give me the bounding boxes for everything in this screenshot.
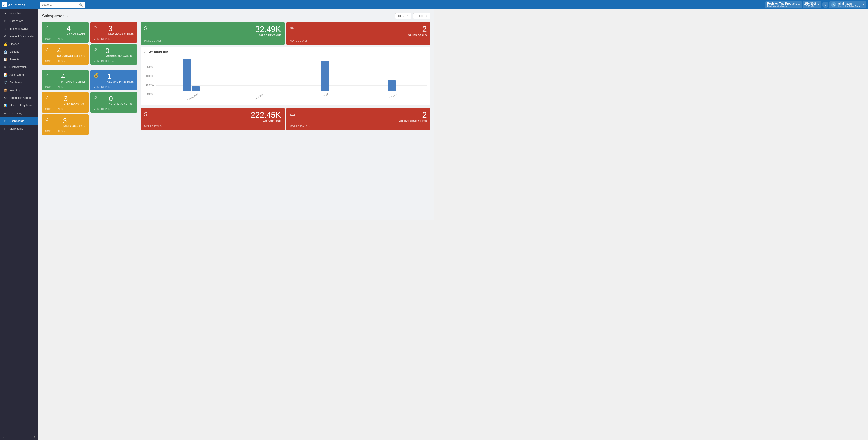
pipeline-header: ↺ MY PIPELINE <box>144 51 427 54</box>
bar-prospect-2 <box>388 81 396 91</box>
sidebar-item-favorites[interactable]: ★ Favorites <box>0 9 38 17</box>
sidebar-item-production-orders[interactable]: ⚙ Production Orders <box>0 94 38 102</box>
sidebar-icon-estimating: ✏ <box>3 112 7 115</box>
card-count-nurture-no-act-90: 0 <box>109 95 134 102</box>
tools-button[interactable]: TOOLS ▾ <box>413 13 430 19</box>
card-nurture-no-act-90[interactable]: ↺ 0 NUTURE NO ACT 90+ MORE DETAILS → <box>90 92 137 113</box>
big-card-label-sales-revenue: SALES REVENUE <box>255 34 281 37</box>
cards-row1: ✓ 4 MY NEW LEADS MORE DETAILS → ↺ 3 NEW … <box>42 22 137 42</box>
card-count-my-opportunities: 4 <box>61 73 86 80</box>
card-open-no-act-30[interactable]: ↺ 3 OPEN NO ACT 30+ MORE DETAILS → <box>42 92 89 113</box>
card-footer-my-opportunities: MORE DETAILS → <box>45 86 86 88</box>
big-card-ar-past-due[interactable]: $ 222.45K AR PAST DUE MORE DETAILS → <box>141 108 285 130</box>
dashboard-layout: ✓ 4 MY NEW LEADS MORE DETAILS → ↺ 3 NEW … <box>42 22 430 137</box>
sidebar-item-more-items[interactable]: ⊞ More Items <box>0 125 38 133</box>
card-icon-closing-60days: 💰 <box>94 73 98 78</box>
card-label-closing-60days: CLOSING IN <60 DAYS <box>107 81 134 83</box>
sidebar-item-purchases[interactable]: 🛒 Purchases <box>0 79 38 86</box>
card-footer-nurture-no-call-30: MORE DETAILS → <box>94 60 134 62</box>
card-label-my-opportunities: MY OPPORTUNITIES <box>61 81 86 83</box>
card-icon-nurture-no-call-30: ↺ <box>94 47 97 52</box>
card-count-open-no-act-30: 3 <box>64 95 86 102</box>
design-button[interactable]: DESIGN <box>395 13 411 19</box>
bar-group-prospect: Prospect <box>359 81 425 95</box>
sidebar-item-product-configurator[interactable]: ⚙ Product Configurator <box>0 33 38 40</box>
card-closing-60days[interactable]: 💰 1 CLOSING IN <60 DAYS MORE DETAILS → <box>90 70 137 90</box>
sidebar-item-data-views[interactable]: ⊞ Data Views <box>0 17 38 25</box>
bar-group-negotiation: Negotiation <box>225 91 291 95</box>
card-top-my-opportunities: ✓ 4 MY OPPORTUNITIES <box>45 73 86 83</box>
card-my-opportunities[interactable]: ✓ 4 MY OPPORTUNITIES MORE DETAILS → <box>42 70 89 90</box>
big-card-count-sales-deals: 2 <box>408 25 427 33</box>
logo-area[interactable]: A Acumatica <box>2 2 38 7</box>
big-card-icon-ar-past-due: $ <box>144 111 147 117</box>
card-footer-closing-60days: MORE DETAILS → <box>94 86 134 88</box>
sidebar-item-material-requirements[interactable]: 📊 Material Requirem... <box>0 102 38 110</box>
card-label-my-new-leads: MY NEW LEADS <box>66 33 86 35</box>
card-footer-open-no-act-30: MORE DETAILS → <box>45 108 86 110</box>
search-bar[interactable]: 🔍 <box>40 2 85 8</box>
bar-label-negotiation: Negotiation <box>254 93 265 100</box>
sidebar-label-more-items: More Items <box>9 127 23 130</box>
big-card-label-ar-past-due: AR PAST DUE <box>251 120 281 122</box>
sidebar-item-projects[interactable]: 📋 Projects <box>0 56 38 63</box>
search-input[interactable] <box>41 3 78 6</box>
pipeline-section: ↺ MY PIPELINE 200,000150,000100,00050,00… <box>141 48 430 105</box>
big-card-count-ar-overdue-accts: 2 <box>399 111 427 119</box>
card-top-past-close-date: ↺ 3 PAST CLOSE DATE <box>45 117 86 127</box>
card-label-nurture-no-act-90: NUTURE NO ACT 90+ <box>109 102 134 105</box>
sidebar-item-dashboards[interactable]: ⊞ Dashboards <box>0 117 38 125</box>
sidebar: ★ Favorites ⊞ Data Views ≡ Bills of Mate… <box>0 9 38 220</box>
big-card-sales-revenue[interactable]: $ 32.49K SALES REVENUE MORE DETAILS → <box>141 22 285 45</box>
dashboard-right: $ 32.49K SALES REVENUE MORE DETAILS → ✏ … <box>141 22 430 137</box>
sidebar-label-data-views: Data Views <box>9 20 23 23</box>
card-nurture-no-call-30[interactable]: ↺ 0 NURTURE NO CALL 30+ MORE DETAILS → <box>90 44 137 65</box>
bar-label-development: Development <box>187 93 198 101</box>
sidebar-icon-data-views: ⊞ <box>3 19 7 23</box>
cards-row2: ↺ 4 NO CONTACT 14+ DAYS MORE DETAILS → ↺… <box>42 44 137 65</box>
y-label: 50,000 <box>144 66 154 68</box>
card-icon-nurture-no-act-90: ↺ <box>94 95 97 100</box>
sidebar-item-customization[interactable]: ✏ Customization <box>0 63 38 71</box>
sidebar-item-banking[interactable]: 🏦 Banking <box>0 48 38 56</box>
sidebar-label-customization: Customization <box>9 65 27 69</box>
sidebar-label-favorites: Favorites <box>9 12 21 15</box>
card-past-close-date[interactable]: ↺ 3 PAST CLOSE DATE MORE DETAILS → <box>42 114 89 135</box>
pipeline-refresh-icon[interactable]: ↺ <box>144 51 147 54</box>
card-top-closing-60days: 💰 1 CLOSING IN <60 DAYS <box>94 73 134 83</box>
card-my-new-leads[interactable]: ✓ 4 MY NEW LEADS MORE DETAILS → <box>42 22 89 42</box>
big-card-footer-ar-overdue-accts: MORE DETAILS → <box>290 125 427 128</box>
card-icon-past-close-date: ↺ <box>45 117 49 122</box>
search-icon: 🔍 <box>79 3 83 6</box>
sidebar-label-sales-orders: Sales Orders <box>9 73 25 77</box>
y-label: 100,000 <box>144 75 154 77</box>
card-icon-no-contact-14days: ↺ <box>45 47 49 52</box>
favorite-star-icon[interactable]: ☆ <box>66 14 69 18</box>
big-card-ar-overdue-accts[interactable]: ▭ 2 AR OVERDUE ACCTS MORE DETAILS → <box>286 108 430 130</box>
page-actions: DESIGN TOOLS ▾ <box>395 13 430 19</box>
sidebar-item-inventory[interactable]: 📦 Inventory <box>0 86 38 94</box>
card-icon-open-no-act-30: ↺ <box>45 95 49 100</box>
sidebar-item-bills-of-material[interactable]: ≡ Bills of Material <box>0 25 38 33</box>
sidebar-icon-customization: ✏ <box>3 65 7 69</box>
sidebar-label-projects: Projects <box>9 58 19 61</box>
sidebar-icon-production-orders: ⚙ <box>3 96 7 100</box>
big-card-footer-ar-past-due: MORE DETAILS → <box>144 125 281 128</box>
sidebar-label-purchases: Purchases <box>9 81 22 84</box>
sidebar-icon-banking: 🏦 <box>3 50 7 54</box>
big-card-sales-deals[interactable]: ✏ 2 SALES DEALS MORE DETAILS → <box>286 22 430 45</box>
sidebar-item-finance[interactable]: 💰 Finance <box>0 40 38 48</box>
card-no-contact-14days[interactable]: ↺ 4 NO CONTACT 14+ DAYS MORE DETAILS → <box>42 44 89 65</box>
big-card-count-ar-past-due: 222.45K <box>251 111 281 119</box>
card-new-leads-7days[interactable]: ↺ 3 NEW LEADS 7+ DAYS MORE DETAILS → <box>90 22 137 42</box>
big-card-footer-sales-deals: MORE DETAILS → <box>290 39 427 42</box>
card-top-nurture-no-call-30: ↺ 0 NURTURE NO CALL 30+ <box>94 47 134 57</box>
big-card-label-sales-deals: SALES DEALS <box>408 34 427 37</box>
bar-development-1 <box>183 59 191 91</box>
card-label-new-leads-7days: NEW LEADS 7+ DAYS <box>108 33 134 35</box>
sidebar-item-estimating[interactable]: ✏ Estimating <box>0 110 38 117</box>
big-card-top-ar-past-due: $ 222.45K AR PAST DUE <box>144 111 281 122</box>
big-card-top-sales-deals: ✏ 2 SALES DEALS <box>290 25 427 37</box>
bar-group-development: Development <box>159 59 224 95</box>
sidebar-item-sales-orders[interactable]: 📝 Sales Orders <box>0 71 38 79</box>
